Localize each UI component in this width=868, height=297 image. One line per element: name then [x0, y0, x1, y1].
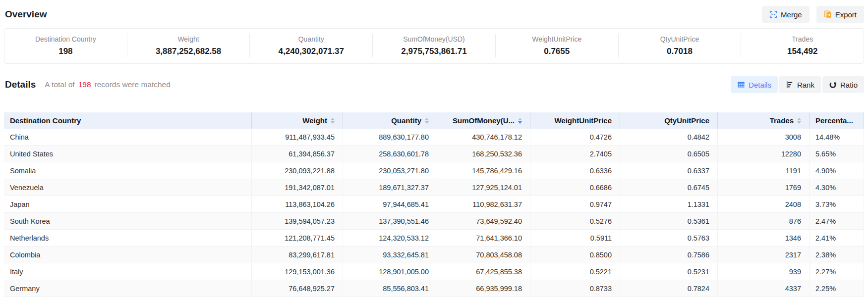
value-cell: 127,925,124.01 — [437, 179, 530, 196]
country-cell: Italy — [4, 263, 252, 280]
value-cell: 110,982,631.37 — [437, 196, 530, 212]
value-cell: 0.4726 — [530, 129, 620, 145]
column-header-trades[interactable]: Trades — [718, 112, 810, 129]
column-header-qtyunitprice: QtyUnitPrice — [620, 112, 718, 129]
value-cell: 0.9747 — [530, 196, 620, 212]
value-cell: 2.47% — [810, 213, 864, 229]
value-cell: 0.8500 — [530, 247, 620, 263]
stat-label: Trades — [741, 34, 864, 44]
country-cell: United States — [4, 146, 252, 162]
stat-value: 3,887,252,682.58 — [127, 46, 250, 57]
value-cell: 2317 — [718, 247, 810, 263]
value-cell: 71,641,366.10 — [437, 230, 530, 246]
value-cell: 0.7824 — [620, 280, 718, 297]
value-cell: 124,320,533.12 — [343, 230, 437, 246]
view-button-label: Rank — [797, 81, 814, 89]
value-cell: 12280 — [718, 146, 810, 162]
value-cell: 2.41% — [810, 230, 864, 246]
table-row: China911,487,933.45889,630,177.80430,746… — [4, 129, 864, 146]
merge-button[interactable]: Merge — [762, 6, 810, 23]
value-cell: 145,786,429.16 — [437, 162, 530, 179]
caret-up-icon — [518, 118, 522, 120]
stat-card-weight: Weight3,887,252,682.58 — [127, 34, 250, 57]
column-header-label: Weight — [302, 116, 327, 125]
view-button-label: Ratio — [840, 81, 858, 89]
summary-suffix: records were matched — [95, 80, 171, 89]
value-cell: 0.6336 — [530, 162, 620, 179]
table-row: Japan113,863,104.2697,944,685.41110,982,… — [4, 196, 864, 213]
value-cell: 1191 — [718, 162, 810, 179]
topbar: Overview Merge Export — [0, 0, 868, 24]
value-cell: 258,630,601.78 — [343, 146, 437, 162]
view-button-details[interactable]: Details — [731, 76, 778, 93]
merge-button-label: Merge — [781, 10, 802, 19]
country-cell: South Korea — [4, 213, 252, 229]
stat-card-quantity: Quantity4,240,302,071.37 — [249, 34, 372, 57]
value-cell: 230,093,221.88 — [252, 162, 343, 179]
stat-value: 154,492 — [741, 46, 864, 57]
export-button[interactable]: Export — [816, 6, 864, 23]
view-button-ratio[interactable]: Ratio — [822, 76, 864, 93]
column-header-percenta: Percenta... — [810, 112, 864, 129]
donut-chart-icon — [829, 81, 837, 89]
country-cell: Germany — [4, 280, 252, 297]
value-cell: 0.6745 — [620, 179, 718, 196]
stat-label: WeightUnitPrice — [496, 34, 618, 44]
value-cell: 168,250,532.36 — [437, 146, 530, 162]
table-row: Colombia83,299,617.8193,332,645.8170,803… — [4, 247, 864, 263]
stat-value: 198 — [4, 46, 127, 57]
value-cell: 2.7405 — [530, 146, 620, 162]
export-button-label: Export — [835, 10, 857, 19]
value-cell: 67,425,855.38 — [437, 263, 530, 280]
stat-card-weightunitprice: WeightUnitPrice0.7655 — [495, 34, 618, 57]
value-cell: 939 — [718, 263, 810, 280]
value-cell: 0.4842 — [620, 129, 718, 145]
table-row: United States61,394,856.37258,630,601.78… — [4, 146, 864, 162]
value-cell: 139,594,057.23 — [252, 213, 343, 229]
column-header-sumofmoney-u[interactable]: SumOfMoney(U... — [437, 112, 530, 129]
value-cell: 14.48% — [810, 129, 864, 145]
stat-value: 2,975,753,861.71 — [373, 46, 495, 57]
value-cell: 0.7586 — [620, 247, 718, 263]
value-cell: 83,299,617.81 — [252, 247, 343, 263]
value-cell: 1346 — [718, 230, 810, 246]
caret-down-icon — [518, 121, 522, 124]
stat-value: 4,240,302,071.37 — [250, 46, 372, 57]
value-cell: 189,671,327.37 — [343, 179, 437, 196]
table-row: Germany76,648,925.2785,556,803.4166,935,… — [4, 280, 864, 297]
value-cell: 0.5763 — [620, 230, 718, 246]
table-body: China911,487,933.45889,630,177.80430,746… — [4, 129, 864, 297]
caret-down-icon — [425, 121, 429, 124]
table-row: Somalia230,093,221.88230,053,271.80145,7… — [4, 162, 864, 179]
record-count: 198 — [78, 80, 91, 89]
stat-card-destination-country: Destination Country198 — [4, 34, 127, 57]
stat-label: Weight — [127, 34, 250, 44]
table-row: Italy129,153,001.36128,901,005.0067,425,… — [4, 263, 864, 280]
value-cell: 0.5221 — [530, 263, 620, 280]
value-cell: 121,208,771.45 — [252, 230, 343, 246]
table-header-row: Destination CountryWeightQuantitySumOfMo… — [4, 112, 864, 129]
column-header-label: Destination Country — [10, 116, 81, 125]
sort-carets-icon — [425, 118, 429, 124]
column-header-label: QtyUnitPrice — [664, 116, 709, 125]
value-cell: 889,630,177.80 — [343, 129, 437, 145]
view-button-rank[interactable]: Rank — [779, 76, 821, 93]
dashboard-page: Overview Merge Export Destination Countr… — [0, 0, 868, 297]
column-header-weight[interactable]: Weight — [252, 112, 343, 129]
view-button-label: Details — [749, 81, 771, 89]
stat-card-qtyunitprice: QtyUnitPrice0.7018 — [618, 34, 741, 57]
value-cell: 2.38% — [810, 247, 864, 263]
caret-down-icon — [797, 121, 801, 124]
value-cell: 129,153,001.36 — [252, 263, 343, 280]
details-table: Destination CountryWeightQuantitySumOfMo… — [4, 112, 864, 297]
column-header-quantity[interactable]: Quantity — [343, 112, 437, 129]
caret-up-icon — [425, 118, 429, 120]
column-header-label: WeightUnitPrice — [554, 116, 612, 125]
value-cell: 66,935,999.18 — [437, 280, 530, 297]
value-cell: 0.5276 — [530, 213, 620, 229]
sort-carets-icon — [518, 118, 522, 124]
value-cell: 85,556,803.41 — [343, 280, 437, 297]
stat-label: Destination Country — [4, 34, 127, 44]
country-cell: Venezuela — [4, 179, 252, 196]
caret-up-icon — [797, 118, 801, 120]
